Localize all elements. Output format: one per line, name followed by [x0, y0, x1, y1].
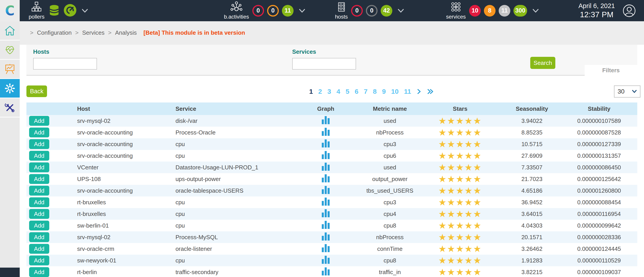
table-row: Add UPS-108 ups-output-power output_powe… — [26, 173, 637, 185]
stability-cell: 0.000000087528 — [561, 127, 637, 138]
graph-icon[interactable] — [322, 267, 330, 276]
status-badge[interactable]: 0 — [351, 5, 363, 16]
services-menu[interactable]: services — [446, 1, 466, 20]
graph-icon[interactable] — [322, 128, 330, 136]
table-row: Add rt-berlin traffic-secondary traffic_… — [26, 266, 637, 277]
breadcrumb-item[interactable]: Configuration — [26, 29, 72, 36]
graph-icon[interactable] — [322, 116, 330, 124]
add-button[interactable]: Add — [29, 209, 49, 219]
page-number[interactable]: 11 — [404, 88, 411, 95]
status-badge[interactable]: 0 — [267, 5, 279, 16]
services-label: services — [446, 14, 466, 20]
hosts-menu[interactable]: hosts — [335, 1, 348, 20]
status-badge[interactable]: 10 — [469, 5, 481, 16]
graph-icon[interactable] — [322, 174, 330, 182]
graph-icon[interactable] — [322, 163, 330, 171]
page-number[interactable]: 5 — [346, 88, 349, 95]
add-button[interactable]: Add — [29, 162, 49, 172]
status-badge[interactable]: 300 — [514, 5, 527, 16]
search-button[interactable]: Search — [530, 57, 555, 69]
status-badge[interactable]: 11 — [499, 5, 510, 16]
graph-icon[interactable] — [322, 209, 330, 217]
add-button[interactable]: Add — [29, 116, 49, 126]
centreon-c-icon: C — [3, 3, 17, 18]
sidebar-item-monitoring[interactable] — [0, 40, 20, 60]
sidebar-footer-tile[interactable] — [0, 268, 20, 277]
page-number[interactable]: 6 — [355, 88, 358, 95]
page-number[interactable]: 8 — [373, 88, 377, 95]
page-number[interactable]: 10 — [391, 88, 398, 95]
sidebar-item-configuration[interactable] — [0, 79, 20, 98]
stability-cell: 0.000000125642 — [561, 173, 637, 185]
add-button[interactable]: Add — [29, 197, 49, 207]
centreon-logo[interactable]: C — [0, 0, 20, 21]
metric-name-cell: connTime — [362, 243, 418, 255]
pollers-group: pollers — [29, 0, 88, 21]
status-badge[interactable]: 0 — [252, 5, 264, 16]
metric-name-cell: cpu4 — [362, 208, 418, 220]
business-activities-label: b.activities — [224, 14, 249, 20]
poller-latency-status-icon[interactable] — [64, 4, 76, 17]
pollers-menu[interactable]: pollers — [29, 1, 44, 20]
sidebar-item-reporting[interactable] — [0, 60, 20, 79]
next-page-icon[interactable] — [416, 88, 422, 95]
last-page-icon[interactable] — [427, 88, 434, 95]
page-number[interactable]: 2 — [318, 88, 322, 95]
graph-icon[interactable] — [322, 151, 330, 159]
add-button[interactable]: Add — [29, 151, 49, 161]
add-button[interactable]: Add — [29, 267, 49, 277]
page-number[interactable]: 3 — [327, 88, 331, 95]
table-row: Add rt-bruxelles cpu cpu4 ★★★★★ 3.64015 … — [26, 208, 637, 220]
status-badge[interactable]: 11 — [282, 5, 294, 16]
column-header-seasonality: Seasonality — [503, 102, 561, 115]
page-number[interactable]: 7 — [364, 88, 368, 95]
add-button[interactable]: Add — [29, 232, 49, 242]
chevron-down-icon[interactable] — [299, 8, 306, 13]
breadcrumb-item[interactable]: Services — [72, 29, 104, 36]
chevron-down-icon[interactable] — [398, 8, 404, 13]
graph-icon[interactable] — [322, 221, 330, 229]
add-button[interactable]: Add — [29, 221, 49, 231]
add-button[interactable]: Add — [29, 244, 49, 254]
status-badge[interactable]: 42 — [381, 5, 392, 16]
graph-icon[interactable] — [322, 233, 330, 241]
add-button[interactable]: Add — [29, 174, 49, 184]
star-rating: ★★★★★ — [438, 267, 482, 277]
poller-database-status-icon[interactable] — [48, 4, 60, 17]
add-button[interactable]: Add — [29, 139, 49, 149]
graph-icon[interactable] — [322, 139, 330, 147]
column-header-service: Service — [176, 102, 289, 115]
hosts-filter-label: Hosts — [33, 48, 97, 55]
page-number[interactable]: 9 — [382, 88, 386, 95]
service-cell: traffic-secondary — [176, 266, 289, 277]
business-activities-menu[interactable]: b.activities — [224, 1, 249, 20]
user-avatar[interactable] — [622, 4, 636, 18]
page-number[interactable]: 4 — [336, 88, 340, 95]
page-number[interactable]: 1 — [309, 88, 313, 95]
chevron-down-icon[interactable] — [82, 8, 88, 13]
filters-panel-tab[interactable]: Filters — [585, 65, 637, 76]
star-rating: ★★★★★ — [438, 209, 482, 219]
graph-icon[interactable] — [322, 244, 330, 252]
business-activities-badges: 0011 — [252, 5, 294, 16]
chevron-down-icon[interactable] — [532, 8, 539, 13]
services-filter-input[interactable] — [292, 58, 356, 70]
status-badge[interactable]: 0 — [366, 5, 378, 16]
add-button[interactable]: Add — [29, 256, 49, 265]
hosts-filter-input[interactable] — [33, 58, 97, 70]
graph-icon[interactable] — [322, 186, 330, 194]
star-rating: ★★★★★ — [438, 221, 482, 231]
graph-icon[interactable] — [322, 198, 330, 206]
host-cell: srv-oracle-accounting — [77, 138, 175, 150]
service-cell: cpu — [176, 150, 289, 162]
add-button[interactable]: Add — [29, 186, 49, 196]
status-badge[interactable]: 8 — [484, 5, 496, 16]
graph-icon[interactable] — [322, 256, 330, 264]
add-button[interactable]: Add — [29, 128, 49, 137]
breadcrumb-item[interactable]: Analysis — [104, 29, 137, 36]
page-size-select[interactable]: 30 — [614, 85, 640, 98]
sidebar-item-home[interactable] — [0, 21, 20, 40]
metric-name-cell: nbProcess — [362, 231, 418, 243]
sidebar-item-administration[interactable] — [0, 98, 20, 117]
back-button[interactable]: Back — [26, 85, 47, 97]
